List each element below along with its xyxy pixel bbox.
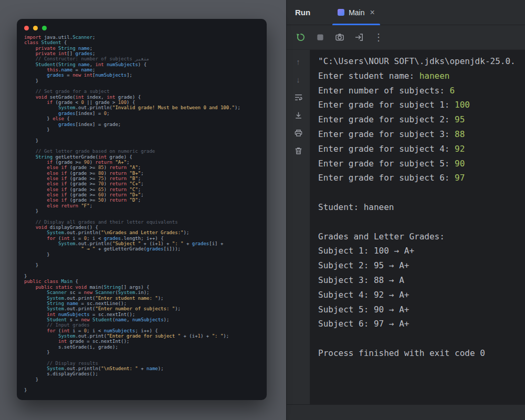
console-line: Subject 5: 90 → A+	[318, 302, 525, 317]
arrow-down-icon: ↓	[296, 76, 300, 83]
kebab-icon: ⋮	[374, 33, 383, 42]
console-gutter-toolbar: ↑ ↓	[287, 50, 310, 404]
thread-dump-button[interactable]	[334, 32, 345, 43]
zoom-dot[interactable]	[42, 26, 47, 30]
tab-close-icon[interactable]: ×	[370, 8, 375, 17]
rerun-icon	[296, 33, 306, 42]
tab-main[interactable]: Main ×	[332, 0, 380, 25]
arrow-up-icon: ↑	[296, 58, 300, 66]
run-header: Run Main ×	[287, 0, 525, 25]
code-editor-pane: import java.util.Scanner; class Student …	[0, 0, 286, 420]
console-line: Enter grade for subject 3: 88	[318, 127, 525, 142]
run-config-icon	[338, 9, 344, 16]
console-line: Grades and Letter Grades:	[318, 229, 525, 244]
stop-icon	[316, 33, 325, 42]
arrow-into-frame-icon	[354, 33, 364, 42]
console-line: Enter grade for subject 1: 100	[318, 98, 525, 112]
console-line: Subject 4: 92 → A+	[318, 288, 525, 302]
console-line: Enter grade for subject 2: 95	[318, 112, 525, 127]
printer-icon	[294, 129, 303, 138]
scroll-to-end-button[interactable]	[293, 110, 303, 120]
tab-label: Main	[349, 8, 364, 17]
prev-occurrence-button[interactable]: ↑	[293, 56, 303, 67]
console-line: Enter grade for subject 5: 90	[318, 156, 525, 171]
print-button[interactable]	[293, 128, 303, 138]
run-body: ↑ ↓	[287, 50, 525, 404]
status-bar	[287, 404, 525, 420]
clear-console-button[interactable]	[293, 145, 303, 156]
soft-wrap-button[interactable]	[293, 92, 303, 102]
console-line	[318, 215, 525, 229]
console-line: Process finished with exit code 0	[318, 346, 525, 361]
console-line: Subject 6: 97 → A+	[318, 317, 525, 331]
console-line: Enter number of subjects: 6	[318, 83, 525, 98]
console-line	[318, 185, 525, 200]
console-line: Enter grade for subject 4: 92	[318, 142, 525, 156]
screen: import java.util.Scanner; class Student …	[0, 0, 525, 420]
tab-active-underline	[332, 24, 380, 25]
java-code: import java.util.Scanner; class Student …	[17, 32, 267, 398]
soft-wrap-icon	[294, 93, 303, 102]
console-line: Subject 1: 100 → A+	[318, 244, 525, 258]
rerun-button[interactable]	[295, 32, 307, 43]
stop-button[interactable]	[314, 32, 326, 43]
close-dot[interactable]	[24, 26, 29, 30]
next-occurrence-button[interactable]: ↓	[293, 74, 303, 85]
run-tool-window: Run Main ×	[286, 0, 525, 420]
window-titlebar	[17, 19, 267, 32]
scroll-to-end-icon	[294, 111, 303, 120]
more-button[interactable]: ⋮	[373, 32, 384, 43]
trash-icon	[294, 146, 303, 155]
code-window: import java.util.Scanner; class Student …	[17, 19, 267, 400]
console-line: Enter grade for subject 6: 97	[318, 171, 525, 185]
console-line: Subject 3: 88 → A	[318, 273, 525, 288]
console-line: Subject 2: 95 → A+	[318, 258, 525, 273]
console-line: "C:\Users\NOUR SOFT\.jdks\openjdk-25.0.	[318, 54, 525, 69]
console-output[interactable]: "C:\Users\NOUR SOFT\.jdks\openjdk-25.0.E…	[310, 50, 525, 404]
console-line: Student: haneen	[318, 200, 525, 215]
console-line	[318, 331, 525, 346]
run-tool-title: Run	[295, 8, 310, 17]
camera-icon	[335, 33, 344, 42]
minimize-dot[interactable]	[33, 26, 38, 30]
open-in-editor-button[interactable]	[353, 32, 365, 43]
console-line: Enter student name: haneen	[318, 69, 525, 83]
run-toolbar: ⋮	[287, 25, 525, 50]
